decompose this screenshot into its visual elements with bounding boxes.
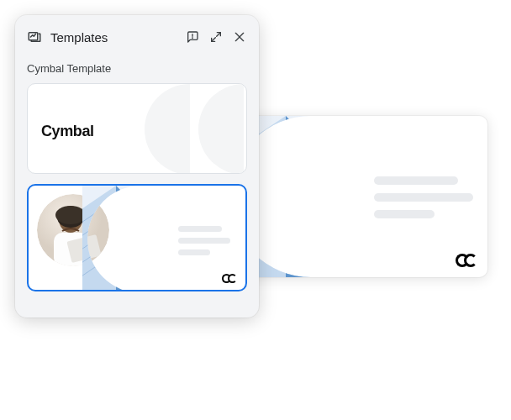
template-thumbnail-title[interactable]: Cymbal (27, 83, 247, 174)
svg-line-14 (286, 217, 336, 267)
section-title: Cymbal Template (27, 62, 247, 75)
feedback-icon[interactable] (185, 29, 200, 45)
text-placeholder-lines (374, 176, 473, 227)
svg-marker-28 (82, 186, 158, 291)
svg-line-38 (116, 239, 158, 281)
svg-line-11 (286, 166, 336, 217)
svg-point-17 (192, 38, 193, 39)
svg-line-13 (286, 200, 336, 250)
cymbal-logo-icon (456, 254, 477, 267)
close-icon[interactable] (232, 29, 247, 45)
template-brand-text: Cymbal (41, 123, 94, 140)
svg-line-10 (286, 150, 336, 200)
svg-marker-29 (116, 186, 158, 291)
panel-header: Templates (27, 27, 247, 47)
expand-icon[interactable] (208, 29, 224, 45)
svg-line-19 (212, 38, 216, 42)
svg-line-12 (286, 183, 336, 234)
svg-marker-1 (286, 116, 336, 277)
svg-line-18 (217, 33, 221, 37)
panel-title: Templates (50, 30, 176, 45)
template-thumbnail-content[interactable] (27, 184, 247, 291)
svg-line-35 (116, 199, 158, 241)
building-graphic-small (82, 186, 175, 291)
svg-line-36 (116, 213, 158, 255)
templates-icon (27, 29, 42, 45)
templates-panel: Templates Cymbal Template Cymbal (15, 15, 259, 318)
cymbal-watermark-icon (133, 84, 246, 174)
text-placeholder-lines-small (178, 226, 230, 261)
svg-point-25 (55, 206, 86, 224)
cymbal-logo-icon (222, 274, 237, 283)
svg-line-9 (286, 133, 336, 183)
svg-line-37 (116, 226, 158, 268)
slide-preview (227, 116, 487, 277)
